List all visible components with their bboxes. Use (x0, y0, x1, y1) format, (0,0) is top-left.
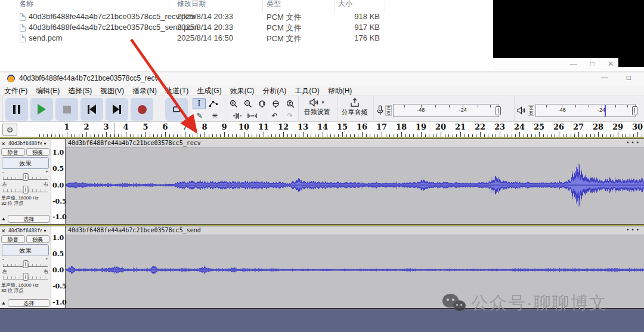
pan-slider-thumb[interactable] (23, 186, 28, 193)
track-name-short[interactable]: 40d3bf6488fe (8, 141, 42, 146)
minimize-icon[interactable]: — (601, 73, 608, 82)
scale-label: -0.5 (52, 282, 67, 290)
playback-meter[interactable]: 左右 -48 -24 (514, 96, 644, 122)
audacity-titlebar[interactable]: 40d3bf6488fe44a4b7c21bce03578cc5_recv — … (0, 72, 644, 85)
menu-help[interactable]: 帮助(H) (324, 85, 357, 96)
gain-slider[interactable]: -+ (1, 170, 49, 182)
skip-to-start-button[interactable] (80, 98, 103, 121)
pan-slider-thumb[interactable] (23, 273, 28, 281)
file-size: 917 KB (320, 23, 380, 32)
mute-button[interactable]: 静音 (1, 148, 25, 156)
vertical-scale-ruler[interactable]: 1.0 0.5 0.0 -0.5 -1.0 (51, 226, 66, 308)
zoom-out-button[interactable] (242, 98, 255, 109)
file-row[interactable]: 40d3bf6488fe44a4b7c21bce03578cc5_recv.pc… (0, 12, 429, 23)
trim-audio-button[interactable] (230, 110, 244, 121)
recording-meter-bar[interactable]: -48 -24 (393, 104, 499, 117)
close-icon[interactable]: ✕ (608, 60, 614, 68)
timeline-ruler[interactable]: ⚙ 12345678910111213141516171819202122232… (0, 122, 644, 137)
gain-slider-thumb[interactable] (23, 260, 28, 268)
pause-button[interactable] (5, 98, 28, 121)
menu-select[interactable]: 选择(S) (64, 85, 96, 96)
menu-tracks[interactable]: 轨道(T) (161, 85, 193, 96)
multi-tool-button[interactable]: ✳ (208, 110, 222, 121)
stop-icon (63, 106, 71, 113)
timeline-number: 12 (278, 122, 289, 131)
skip-to-end-button[interactable] (106, 98, 128, 121)
window-title: 40d3bf6488fe44a4b7c21bce03578cc5_recv (19, 74, 159, 82)
tools-toolbar: I (190, 96, 297, 122)
file-icon (20, 35, 26, 42)
envelope-tool-button[interactable] (207, 98, 220, 109)
fit-selection-button[interactable] (256, 98, 269, 109)
vertical-scale-ruler[interactable]: 1.0 0.5 0.0 -0.5 -1.0 (51, 139, 66, 224)
record-button[interactable] (131, 98, 153, 121)
maximize-icon[interactable]: □ (590, 60, 595, 68)
play-button[interactable] (30, 98, 53, 121)
undo-icon: ↶ (272, 112, 278, 120)
column-header-name[interactable]: 名称 (19, 0, 33, 9)
playback-meter-bar[interactable]: -48 -24 (535, 104, 636, 117)
stop-button[interactable] (55, 98, 78, 121)
gain-slider-thumb[interactable] (23, 173, 28, 181)
column-header-date[interactable]: 修改日期 (177, 0, 206, 9)
menu-generate[interactable]: 生成(G) (193, 85, 225, 96)
zoom-in-button[interactable] (227, 98, 240, 109)
pan-slider[interactable]: 左右 (1, 269, 49, 281)
gain-slider[interactable]: -+ (1, 257, 49, 269)
fit-project-button[interactable] (270, 98, 283, 109)
menu-tools[interactable]: 工具(O) (290, 85, 323, 96)
menu-edit[interactable]: 编辑(E) (32, 85, 64, 96)
share-audio-button[interactable]: 分享音频 (338, 96, 371, 122)
meter-slider-handle[interactable] (496, 106, 501, 115)
zoom-toggle-button[interactable] (284, 98, 297, 109)
select-track-button[interactable]: 选择 (8, 215, 49, 223)
undo-button[interactable]: ↶ (268, 110, 282, 121)
collapse-track-icon[interactable]: ▲ (1, 300, 6, 306)
solo-button[interactable]: 独奏 (26, 148, 50, 156)
timeline-number: 18 (396, 122, 407, 131)
file-row[interactable]: 40d3bf6488fe44a4b7c21bce03578cc5_send.pc… (0, 23, 429, 33)
clip-title-bar[interactable]: 40d3bf6488fe44a4b7c21bce03578cc5_send • … (66, 226, 644, 235)
pan-slider[interactable]: 左右 (1, 182, 49, 194)
timeline-number: 10 (239, 122, 249, 131)
wechat-icon (442, 293, 466, 314)
close-track-icon[interactable]: ✕ (1, 141, 7, 147)
loop-button[interactable] (165, 98, 188, 121)
close-track-icon[interactable]: ✕ (1, 228, 7, 234)
timeline-options-button[interactable]: ⚙ (2, 124, 17, 136)
silence-audio-button[interactable] (245, 110, 259, 121)
minimize-icon[interactable]: — (570, 60, 577, 68)
track-menu-arrow-icon[interactable]: ▼ (43, 229, 47, 233)
maximize-icon[interactable]: □ (627, 73, 631, 82)
menu-analyze[interactable]: 分析(A) (258, 85, 290, 96)
meter-slider-handle[interactable] (632, 106, 637, 115)
menu-effect[interactable]: 效果(C) (226, 85, 259, 96)
draw-tool-button[interactable]: ✎ (193, 110, 207, 121)
clip-overflow-icon[interactable]: • • • (627, 139, 639, 146)
mute-button[interactable]: 静音 (1, 235, 25, 243)
waveform-recv[interactable] (66, 148, 644, 224)
menu-view[interactable]: 视图(V) (96, 85, 128, 96)
effects-button[interactable]: 效果 (2, 157, 49, 169)
audio-setup-button[interactable]: ▾ 音频设置 (298, 96, 335, 122)
recording-meter[interactable]: 左右 -48 -24 (373, 96, 512, 122)
timeline-number: 7 (182, 122, 187, 131)
clip-overflow-icon[interactable]: • • • (627, 226, 639, 233)
redo-button[interactable]: ↷ (283, 110, 297, 121)
zoom-out-icon (244, 100, 252, 108)
track-name-short[interactable]: 40d3bf6488fe (8, 228, 42, 233)
track-format-info: 单声道, 16000 Hz 32 位 浮点 (1, 195, 49, 206)
column-header-size[interactable]: 大小 (338, 0, 352, 9)
collapse-track-icon[interactable]: ▲ (1, 216, 6, 222)
microphone-icon (376, 105, 384, 116)
file-row[interactable]: send.pcm 2025/8/14 16:50 PCM 文件 176 KB (0, 33, 429, 44)
track-menu-arrow-icon[interactable]: ▼ (43, 142, 47, 146)
clip-title-bar[interactable]: 40d3bf6488fe44a4b7c21bce03578cc5_recv • … (66, 139, 644, 148)
effects-button[interactable]: 效果 (2, 244, 49, 256)
column-header-type[interactable]: 类型 (267, 0, 281, 9)
menu-file[interactable]: 文件(F) (0, 85, 32, 96)
select-track-button[interactable]: 选择 (8, 299, 49, 307)
selection-tool-button[interactable]: I (193, 98, 206, 109)
menu-transport[interactable]: 播录(N) (128, 85, 161, 96)
solo-button[interactable]: 独奏 (26, 235, 50, 243)
